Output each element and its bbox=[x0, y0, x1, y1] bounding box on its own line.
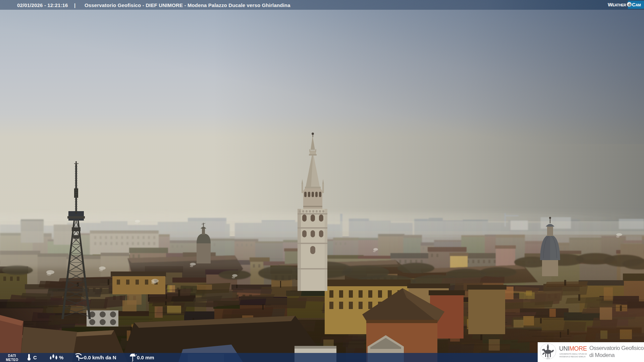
svg-text:MODENA E REGGIO EMILIA: MODENA E REGGIO EMILIA bbox=[559, 356, 586, 358]
svg-text:0.0 km/h da N: 0.0 km/h da N bbox=[84, 355, 116, 360]
svg-text:02/01/2026 - 12:21:16: 02/01/2026 - 12:21:16 bbox=[17, 2, 68, 8]
svg-text:%: % bbox=[59, 355, 63, 360]
svg-text:METEO: METEO bbox=[6, 358, 18, 362]
svg-text:1175: 1175 bbox=[546, 358, 550, 359]
svg-text:|: | bbox=[74, 2, 75, 8]
svg-text:di Modena: di Modena bbox=[589, 352, 615, 358]
svg-text:DATI: DATI bbox=[8, 354, 16, 358]
svg-text:Osservatorio Geofisico: Osservatorio Geofisico bbox=[589, 345, 644, 351]
svg-text:0.0 mm: 0.0 mm bbox=[137, 355, 154, 360]
svg-text:C: C bbox=[33, 355, 37, 360]
svg-text:UNIMORE: UNIMORE bbox=[559, 345, 587, 352]
svg-text:UNIVERSITÀ DEGLI STUDI DI: UNIVERSITÀ DEGLI STUDI DI bbox=[559, 353, 587, 355]
svg-text:Osservatorio Geofisico - DIEF: Osservatorio Geofisico - DIEF UNIMORE - … bbox=[85, 2, 290, 8]
